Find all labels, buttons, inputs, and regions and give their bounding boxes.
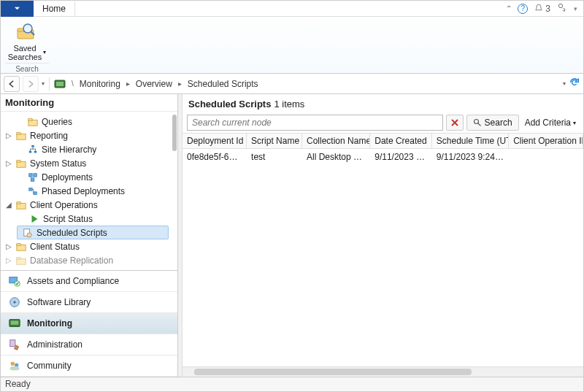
tree-label: Client Operations (30, 200, 98, 210)
tree-item-system-status[interactable]: ▷ System Status (1, 156, 177, 170)
bar-label: Software Library (27, 297, 91, 307)
breadcrumb-overview[interactable]: Overview (136, 79, 172, 89)
expand-icon[interactable]: ▷ (5, 242, 12, 250)
clear-search-button[interactable] (446, 115, 464, 131)
app-menu-dropdown[interactable] (1, 1, 34, 17)
tree-label: Queries (42, 117, 72, 127)
svg-rect-8 (28, 118, 32, 120)
bar-monitoring[interactable]: Monitoring (1, 313, 177, 334)
svg-rect-10 (17, 132, 20, 134)
svg-point-36 (11, 362, 15, 366)
tree-item-script-status[interactable]: Script Status (1, 212, 177, 226)
library-icon (8, 296, 21, 309)
tree-item-db-replication[interactable]: ▷ Database Replication (1, 253, 177, 267)
svg-rect-6 (56, 82, 64, 86)
scrollbar-thumb[interactable] (172, 115, 177, 151)
bar-community[interactable]: Community (1, 356, 177, 377)
expand-icon[interactable]: ▷ (5, 256, 12, 264)
tree-item-queries[interactable]: Queries (1, 115, 177, 128)
tree-label: Site Hierarchy (42, 145, 96, 155)
tree-label: Reporting (30, 131, 68, 141)
col-collection-name[interactable]: Collection Name (302, 134, 370, 148)
col-schedule-time[interactable]: Schedule Time (UTC) (432, 134, 509, 148)
main-pane: Scheduled Scripts 1 items Search Add Cri… (182, 94, 583, 377)
hierarchy-icon (27, 144, 39, 155)
saved-searches-button[interactable]: Saved Searches▾ Search (5, 18, 49, 72)
bar-administration[interactable]: Administration (1, 334, 177, 356)
sidebar: Monitoring Queries ▷ Reporting Site Hier… (1, 94, 178, 377)
cell-date-created: 9/11/2023 2:2... (370, 151, 432, 163)
tree-label: System Status (30, 158, 86, 169)
col-deployment-id[interactable]: Deployment Id (182, 134, 247, 148)
table-row[interactable]: 0fe8de5f-6ef5-... test All Desktop and..… (182, 149, 583, 165)
expand-icon[interactable]: ▷ (5, 159, 12, 167)
collapse-icon[interactable]: ◢ (5, 201, 12, 209)
expand-icon[interactable]: ▷ (5, 131, 12, 139)
pane-title: Scheduled Scripts (188, 99, 271, 109)
breadcrumb-scheduled-scripts[interactable]: Scheduled Scripts (188, 79, 258, 89)
nav-forward-button[interactable] (23, 76, 39, 92)
feedback-icon[interactable] (556, 1, 568, 15)
chevron-right-icon[interactable]: ▸ (123, 80, 133, 88)
svg-rect-34 (11, 320, 19, 324)
folder-icon (27, 116, 39, 128)
grid-header: Deployment Id Script Name Collection Nam… (182, 133, 583, 149)
tree-item-deployments[interactable]: Deployments (1, 170, 177, 184)
svg-point-39 (474, 120, 478, 124)
address-dropdown[interactable]: ▾ (563, 80, 566, 87)
svg-rect-20 (34, 191, 36, 194)
help-icon[interactable]: ? (518, 4, 528, 14)
monitoring-breadcrumb-icon (54, 78, 66, 90)
nav-history-dropdown[interactable]: ▾ (42, 80, 45, 87)
add-criteria-dropdown[interactable]: Add Criteria ▾ (522, 118, 579, 128)
tree-item-phased-deployments[interactable]: Phased Deployments (1, 184, 177, 198)
status-bar: Ready (1, 377, 583, 391)
tree-item-scheduled-scripts[interactable]: Scheduled Scripts (17, 226, 169, 239)
bar-label: Administration (27, 339, 82, 350)
bar-label: Monitoring (27, 318, 72, 328)
bar-library[interactable]: Software Library (1, 292, 177, 313)
notification-bell[interactable]: 3 (534, 4, 550, 14)
scrollbar-thumb[interactable] (194, 369, 472, 375)
tree-label: Phased Deployments (42, 186, 125, 196)
svg-rect-16 (29, 173, 32, 176)
svg-rect-17 (34, 173, 36, 176)
chevron-right-icon[interactable]: ▸ (175, 80, 185, 88)
feedback-dropdown-icon[interactable]: ▾ (574, 5, 577, 12)
tree-item-site-hierarchy[interactable]: Site Hierarchy (1, 142, 177, 156)
col-client-operation-id[interactable]: Client Operation ID (509, 134, 583, 148)
tree-item-client-operations[interactable]: ◢ Client Operations (1, 198, 177, 212)
search-button[interactable]: Search (466, 115, 519, 131)
tree-label: Script Status (43, 214, 93, 224)
svg-rect-12 (29, 150, 32, 153)
add-criteria-label: Add Criteria (525, 118, 571, 128)
tree-label: Client Status (30, 242, 80, 252)
search-input[interactable] (187, 115, 443, 131)
bar-assets[interactable]: Assets and Compliance (1, 271, 177, 292)
ribbon-minimize-caret[interactable]: ⌃ (506, 4, 512, 12)
horizontal-scrollbar[interactable] (182, 366, 583, 377)
navigation-tree[interactable]: Queries ▷ Reporting Site Hierarchy ▷ Sys… (1, 112, 177, 270)
svg-rect-19 (29, 188, 32, 191)
col-script-name[interactable]: Script Name (247, 134, 302, 148)
folder-icon (15, 130, 27, 142)
tree-label: Database Replication (30, 255, 113, 266)
tab-home[interactable]: Home (34, 1, 75, 16)
tree-item-reporting[interactable]: ▷ Reporting (1, 128, 177, 142)
tree-label: Scheduled Scripts (36, 228, 107, 238)
col-date-created[interactable]: Date Created (370, 134, 432, 148)
chevron-down-icon: ▾ (573, 120, 576, 126)
tree-item-client-status[interactable]: ▷ Client Status (1, 239, 177, 253)
breadcrumb-monitoring[interactable]: Monitoring (80, 79, 120, 89)
nav-back-button[interactable] (4, 76, 20, 92)
search-icon (473, 118, 482, 127)
close-icon (450, 118, 459, 127)
magnifier-folder-icon (15, 20, 39, 43)
svg-rect-35 (10, 340, 15, 347)
folder-icon (15, 241, 27, 253)
svg-point-32 (13, 301, 16, 304)
refresh-icon[interactable] (569, 77, 580, 91)
grid-body[interactable]: 0fe8de5f-6ef5-... test All Desktop and..… (182, 149, 583, 366)
folder-icon (15, 255, 27, 266)
bar-label: Assets and Compliance (27, 276, 119, 286)
